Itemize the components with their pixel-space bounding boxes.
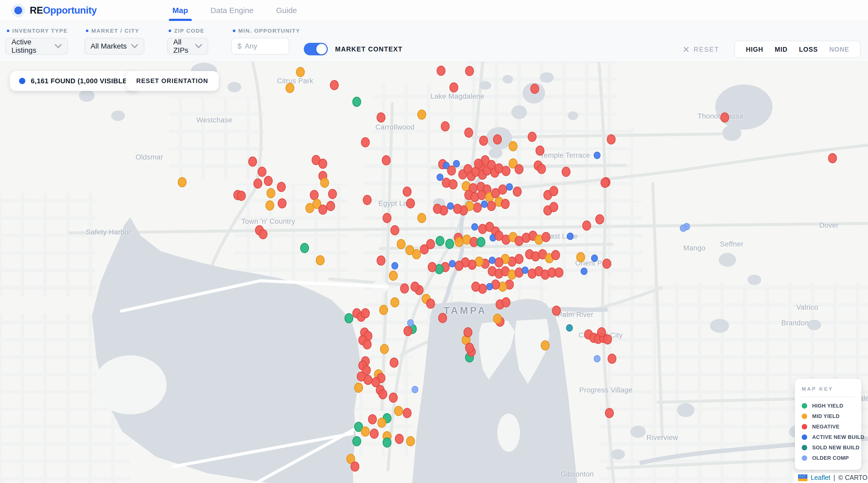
map-canvas[interactable]: Citrus ParkLake MagdaleneThonotosassaWes… <box>0 62 868 483</box>
negative-point[interactable] <box>389 392 398 402</box>
negative-point[interactable] <box>549 202 558 212</box>
negative-point[interactable] <box>502 166 510 176</box>
mid-yield-point[interactable] <box>417 110 426 120</box>
mid-yield-point[interactable] <box>391 297 399 307</box>
negative-point[interactable] <box>498 184 507 194</box>
negative-point[interactable] <box>493 134 502 144</box>
negative-point[interactable] <box>403 326 412 336</box>
sold-new-build-point[interactable] <box>566 324 573 332</box>
active-new-build-point[interactable] <box>449 260 456 267</box>
negative-point[interactable] <box>562 167 570 177</box>
active-new-build-point[interactable] <box>447 202 454 210</box>
active-new-build-point[interactable] <box>591 254 598 262</box>
negative-point[interactable] <box>278 198 286 208</box>
negative-point[interactable] <box>377 255 385 266</box>
tab-map[interactable]: Map <box>173 0 188 21</box>
negative-point[interactable] <box>330 80 339 90</box>
negative-point[interactable] <box>428 262 437 272</box>
high-yield-point[interactable] <box>300 243 309 253</box>
negative-point[interactable] <box>277 182 286 192</box>
high-yield-point[interactable] <box>344 313 353 324</box>
negative-point[interactable] <box>828 153 837 163</box>
negative-point[interactable] <box>528 132 536 142</box>
negative-point[interactable] <box>318 159 327 169</box>
high-yield-point[interactable] <box>352 436 361 447</box>
mid-yield-point[interactable] <box>493 313 502 324</box>
negative-point[interactable] <box>361 137 370 148</box>
negative-point[interactable] <box>450 83 458 93</box>
active-new-build-point[interactable] <box>489 256 496 264</box>
mid-yield-point[interactable] <box>320 178 329 188</box>
reset-orientation-button[interactable]: RESET ORIENTATION <box>126 71 219 91</box>
negative-point[interactable] <box>257 167 267 177</box>
negative-point[interactable] <box>471 282 480 292</box>
negative-point[interactable] <box>605 408 614 418</box>
inventory-type-select[interactable]: Active Listings <box>5 38 68 55</box>
negative-point[interactable] <box>602 259 611 269</box>
negative-point[interactable] <box>433 204 442 214</box>
negative-point[interactable] <box>515 164 524 174</box>
negative-point[interactable] <box>597 327 606 337</box>
mid-yield-point[interactable] <box>541 340 550 351</box>
mid-yield-point[interactable] <box>285 83 294 93</box>
market-context-toggle[interactable] <box>304 43 328 55</box>
negative-point[interactable] <box>253 179 262 189</box>
negative-point[interactable] <box>400 283 409 294</box>
negative-point[interactable] <box>549 186 558 196</box>
market-city-select[interactable]: All Markets <box>84 38 144 55</box>
mid-yield-point[interactable] <box>412 249 421 260</box>
active-new-build-point[interactable] <box>481 201 488 208</box>
negative-point[interactable] <box>487 201 496 211</box>
active-new-build-point[interactable] <box>594 152 600 159</box>
high-yield-point[interactable] <box>436 236 444 246</box>
tab-data-engine[interactable]: Data Engine <box>211 0 254 21</box>
negative-point[interactable] <box>555 267 563 277</box>
active-new-build-point[interactable] <box>471 223 478 231</box>
mid-yield-point[interactable] <box>379 305 388 315</box>
mid-yield-point[interactable] <box>509 141 518 151</box>
negative-point[interactable] <box>350 461 359 472</box>
negative-point[interactable] <box>535 146 545 156</box>
tier-mid[interactable]: MID <box>775 46 787 53</box>
negative-point[interactable] <box>382 155 391 165</box>
min-opportunity-input[interactable] <box>245 42 281 50</box>
negative-point[interactable] <box>607 134 616 144</box>
negative-point[interactable] <box>410 282 420 292</box>
tier-high[interactable]: HIGH <box>746 46 763 53</box>
negative-point[interactable] <box>720 112 729 122</box>
negative-point[interactable] <box>479 135 488 146</box>
negative-point[interactable] <box>391 225 399 236</box>
negative-point[interactable] <box>541 232 550 242</box>
reset-filters-button[interactable]: RESET <box>683 46 719 53</box>
mid-yield-point[interactable] <box>354 383 363 393</box>
negative-point[interactable] <box>318 205 327 215</box>
older-comp-point[interactable] <box>407 319 414 327</box>
active-new-build-point[interactable] <box>581 268 587 275</box>
negative-point[interactable] <box>473 203 482 213</box>
zip-code-select[interactable]: All ZIPs <box>167 38 208 55</box>
negative-point[interactable] <box>437 65 445 76</box>
active-new-build-point[interactable] <box>453 160 460 168</box>
negative-point[interactable] <box>259 229 268 239</box>
active-new-build-point[interactable] <box>506 183 513 190</box>
negative-point[interactable] <box>368 414 377 424</box>
negative-point[interactable] <box>465 66 474 76</box>
negative-point[interactable] <box>474 159 483 169</box>
mid-yield-point[interactable] <box>397 239 406 249</box>
older-comp-point[interactable] <box>411 386 418 393</box>
mid-yield-point[interactable] <box>380 344 389 354</box>
negative-point[interactable] <box>403 408 411 418</box>
negative-point[interactable] <box>441 121 450 131</box>
negative-point[interactable] <box>453 204 462 214</box>
negative-point[interactable] <box>477 190 486 200</box>
negative-point[interactable] <box>501 199 510 209</box>
mid-yield-point[interactable] <box>417 213 426 223</box>
negative-point[interactable] <box>357 371 366 382</box>
negative-point[interactable] <box>361 308 370 318</box>
high-yield-point[interactable] <box>445 239 454 249</box>
tier-none[interactable]: NONE <box>829 46 849 53</box>
mid-yield-point[interactable] <box>394 406 403 416</box>
mid-yield-point[interactable] <box>361 427 370 437</box>
negative-point[interactable] <box>530 84 539 94</box>
high-yield-point[interactable] <box>476 237 486 247</box>
